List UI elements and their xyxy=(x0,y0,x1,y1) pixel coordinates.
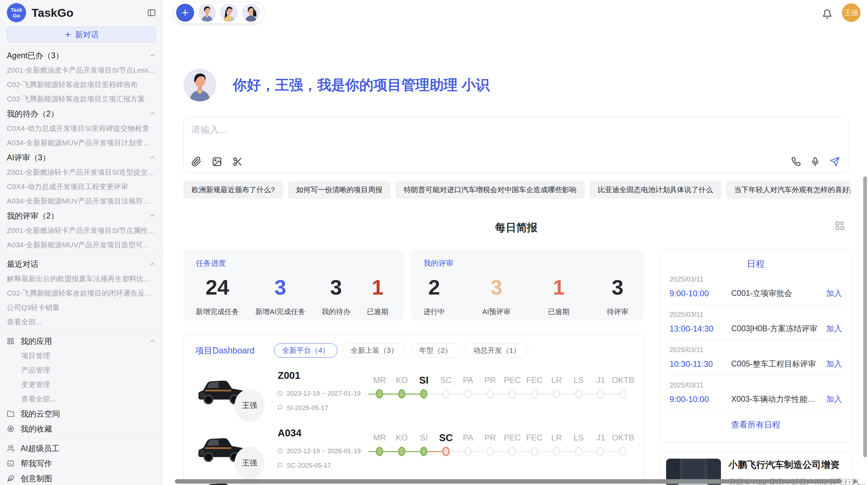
project-code: Z001 xyxy=(278,370,300,381)
filter-chip[interactable]: 年型（2） xyxy=(411,343,460,358)
list-item[interactable]: A034-全新新能源MUV产品开发项目造型可行性评审 xyxy=(7,238,156,252)
suggestion-chip[interactable]: 比亚迪全固态电池计划具体说了什么 xyxy=(590,181,721,199)
horizontal-scrollbar[interactable] xyxy=(175,479,842,484)
stat: 1 已逾期 xyxy=(548,276,569,316)
chevron-up-icon[interactable] xyxy=(149,52,156,59)
milestone: SI xyxy=(413,431,435,458)
users-icon xyxy=(7,445,15,452)
join-link[interactable]: 加入 xyxy=(826,323,842,334)
chevron-up-icon[interactable] xyxy=(149,154,156,161)
join-link[interactable]: 加入 xyxy=(826,288,842,299)
schedule-title: 日程 xyxy=(670,258,842,270)
suggestion-chip[interactable]: 当下年轻人对汽车外观有怎样的喜好趋势 xyxy=(726,181,851,199)
sidebar-item-ai-super-staff[interactable]: AI超级员工 xyxy=(7,441,156,456)
schedule-item: 2025/03/11 13:00-14:30 C003|H0B-方案冻结评审 加… xyxy=(670,305,842,340)
stat: 24 新增完成任务 xyxy=(196,276,239,316)
milestone: LR xyxy=(545,373,568,401)
milestone: SC xyxy=(435,373,457,401)
milestone-dot xyxy=(486,447,494,456)
briefing-stats: 任务进度 24 新增完成任务 3 新增AI完成任务 3 我的待办 1 已逾期 xyxy=(183,249,643,321)
list-item[interactable]: C0X4-动力总成开发项目工程变更评审 xyxy=(7,179,156,194)
join-link[interactable]: 加入 xyxy=(826,394,842,405)
list-item[interactable]: Z001-全新燃油轻卡产品开发项目SI节点属性5D文件评审 xyxy=(7,223,156,238)
view-all-schedule-link[interactable]: 查看所有日程 xyxy=(670,419,842,430)
filter-chip[interactable]: 全新上装（3） xyxy=(343,343,406,358)
new-chat-button[interactable]: 新对话 xyxy=(7,27,156,42)
suggestion-chip[interactable]: 特朗普可能对进口汽车增税会对中国车企造成哪些影响 xyxy=(396,181,585,199)
schedule-item: 2025/03/11 10:30-11:30 C005-整车工程目标评审 加入 xyxy=(670,340,842,376)
section-ai-review[interactable]: AI评审（3） xyxy=(7,150,156,165)
assistant-avatar xyxy=(183,69,216,101)
list-item[interactable]: Z001-全新燃油皮卡产品开发项目SI节点Lesson Learn报告 xyxy=(7,63,156,77)
project-row[interactable]: 王强 Z001 2023-12-19 ~ 2027-01-19 SI-2025-… xyxy=(195,369,634,423)
view-all-link[interactable]: 查看全部... xyxy=(7,315,156,329)
chat-input[interactable] xyxy=(191,124,836,150)
collapse-sidebar-icon[interactable] xyxy=(147,8,156,17)
scroll-right-arrow[interactable] xyxy=(853,479,858,484)
list-item[interactable]: C0X4-动力总成开发项目SI里程碑提交物检查 xyxy=(7,121,156,136)
section-my-todo[interactable]: 我的待办（2） xyxy=(7,106,156,121)
voice-call-icon[interactable] xyxy=(791,157,801,166)
notification-bell-icon[interactable] xyxy=(822,9,832,19)
avatar[interactable] xyxy=(220,4,238,22)
attach-image-icon[interactable] xyxy=(212,157,222,167)
sidebar-item-change-mgmt[interactable]: 变更管理 xyxy=(7,377,156,392)
join-link[interactable]: 加入 xyxy=(826,359,842,369)
sidebar-item-project-mgmt[interactable]: 项目管理 xyxy=(7,349,156,363)
list-item[interactable]: C02-飞腾新能源轻客改款项目里程碑画布 xyxy=(7,77,156,92)
milestone-dot xyxy=(553,447,560,456)
sidebar-item-my-apps[interactable]: 我的应用 xyxy=(7,334,156,349)
avatar[interactable] xyxy=(198,4,216,22)
sidebar-item-help-me-write[interactable]: 帮我写作 xyxy=(7,456,156,471)
milestone-dot xyxy=(420,389,427,399)
project-row[interactable]: 王强 A034 2023-12-19 ~ 2026-01-19 SC-2025-… xyxy=(195,426,634,481)
list-item[interactable]: C02-飞腾新能源轻客改款项目的闭环通告反馈情况 xyxy=(7,286,156,300)
microphone-icon[interactable] xyxy=(810,157,820,166)
list-item[interactable]: C02-飞腾新能源轻客改款项目立项汇报方案 xyxy=(7,92,156,106)
layout-grid-icon[interactable] xyxy=(835,221,845,231)
list-item[interactable]: 公司Q3轻卡销量 xyxy=(7,300,156,315)
milestone-dot xyxy=(597,447,604,456)
milestone-dot xyxy=(531,447,538,456)
list-item[interactable]: Z001-全新燃油轻卡产品开发项目SI造型提交物评审 xyxy=(7,165,156,179)
section-recent-chats[interactable]: 最近对话 xyxy=(7,257,156,272)
add-contact-button[interactable] xyxy=(176,4,194,22)
list-item[interactable]: A034-全新新能源MUV产品开发项目计划变更表编写 xyxy=(7,136,156,150)
view-all-link[interactable]: 查看全部... xyxy=(7,392,156,406)
list-item[interactable]: 解释最新出台的欧盟报废车法规再生塑料比例被调至15%... xyxy=(7,272,156,286)
app-title: TaskGo xyxy=(32,6,147,20)
milestone: MR xyxy=(369,431,391,458)
milestone-strip: MR KO SI SC xyxy=(369,431,634,458)
chevron-up-icon[interactable] xyxy=(149,212,156,219)
attach-file-icon[interactable] xyxy=(191,157,202,167)
dashboard-header: 项目Dashboard 全新平台（4） 全新上装（3） 年型（2） 动总开发（1… xyxy=(184,334,643,358)
milestone-strip: MR KO SI SC xyxy=(369,373,634,401)
sidebar-item-favorites[interactable]: 我的收藏 xyxy=(7,421,156,436)
chevron-up-icon[interactable] xyxy=(149,261,156,268)
screenshot-icon[interactable] xyxy=(232,157,243,167)
chevron-up-icon[interactable] xyxy=(149,338,156,345)
filter-chip[interactable]: 全新平台（4） xyxy=(274,343,337,358)
daily-briefing-title: 每日简报 xyxy=(183,221,849,235)
milestone-dot xyxy=(486,389,494,399)
star-icon xyxy=(7,425,15,433)
sidebar-item-product-mgmt[interactable]: 产品管理 xyxy=(7,363,156,377)
vertical-scrollbar[interactable] xyxy=(863,176,867,457)
project-owner-badge: 王强 xyxy=(234,389,265,422)
list-item[interactable]: A034-全新新能源MUV产品开发项目法规符合性评审 xyxy=(7,194,156,208)
avatar[interactable] xyxy=(242,4,260,22)
section-agent-done[interactable]: Agent已办（3） xyxy=(7,48,156,63)
milestone: SI xyxy=(413,373,435,401)
milestone-dot xyxy=(442,447,449,456)
sidebar-item-cloud-space[interactable]: 我的云空间 xyxy=(7,406,156,421)
milestone-dot xyxy=(553,389,560,399)
section-my-review[interactable]: 我的评审（2） xyxy=(7,208,156,223)
sidebar-item-creative-drawing[interactable]: 创意制图 xyxy=(7,471,156,485)
send-icon[interactable] xyxy=(830,157,840,167)
filter-chip[interactable]: 动总开发（1） xyxy=(465,343,528,358)
suggestion-chip[interactable]: 如何写一份清晰的项目周报 xyxy=(288,181,391,199)
user-avatar[interactable]: 王强 xyxy=(842,3,860,22)
milestone-dot xyxy=(465,389,472,399)
chevron-up-icon[interactable] xyxy=(149,110,156,117)
suggestion-chip[interactable]: 欧洲新规最近颁布了什么? xyxy=(183,181,283,199)
